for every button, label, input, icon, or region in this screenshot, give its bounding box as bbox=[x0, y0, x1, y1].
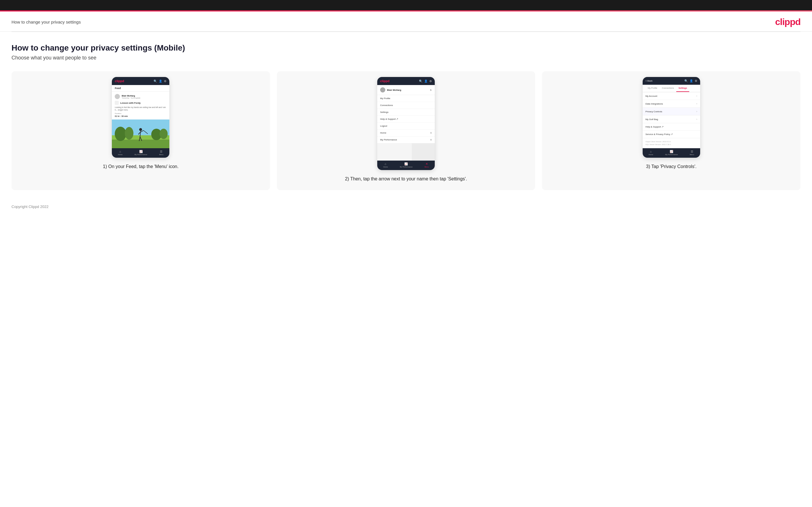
screen2-overlay bbox=[412, 143, 435, 161]
profile-icon-2: 👤 bbox=[424, 79, 427, 83]
step-1-phone: clippd 🔍 👤 ⚙ Feed Blair McHarg bbox=[112, 77, 169, 158]
settings-item-myaccount: My Account › bbox=[643, 92, 700, 100]
golf-image bbox=[112, 119, 169, 148]
svg-point-7 bbox=[139, 128, 142, 131]
post-username: Blair McHarg bbox=[121, 95, 140, 97]
phone-1-footer: ⌂ Home 📈 My Performance ☰ Menu bbox=[112, 148, 169, 158]
menu-section-performance: My Performance ∨ bbox=[377, 136, 435, 143]
golf-bag-label: My Golf Bag bbox=[646, 118, 658, 121]
step-2-caption: 2) Then, tap the arrow next to your name… bbox=[345, 176, 467, 182]
lesson-title: Lesson with Fordy bbox=[120, 102, 141, 104]
post-content: Blair McHarg Yesterday · Sunningdale Les… bbox=[112, 92, 169, 119]
menu-icon-3: ☰ bbox=[691, 150, 693, 153]
post-user-row: Blair McHarg Yesterday · Sunningdale bbox=[115, 94, 166, 99]
settings-item-golfbag: My Golf Bag › bbox=[643, 115, 700, 123]
phone-3-footer: ⌂ Home 📈 My Performance ☰ Menu bbox=[643, 148, 700, 158]
footer-home-label: Home bbox=[118, 154, 122, 155]
tab-settings: Settings bbox=[676, 85, 690, 92]
menu-body: Blair McHarg ∧ My Profile Connections Se… bbox=[377, 85, 435, 161]
footer-performance-label: My Performance bbox=[135, 154, 147, 155]
chevron-down-icon-perf: ∨ bbox=[430, 138, 432, 141]
settings-tabs: My Profile Connections Settings bbox=[643, 85, 700, 92]
footer2-performance-label: My Performance bbox=[400, 166, 412, 168]
footer2-menu: ✕ Menu bbox=[424, 162, 429, 168]
chart-icon: 📈 bbox=[139, 150, 143, 153]
svg-point-4 bbox=[125, 127, 134, 139]
footer-menu: ☰ Menu bbox=[159, 150, 163, 155]
home-icon: ⌂ bbox=[119, 150, 121, 153]
settings-icon: ⚙ bbox=[164, 79, 166, 83]
copyright-text: Copyright Clippd 2022 bbox=[11, 205, 49, 209]
settings-icon-3: ⚙ bbox=[695, 79, 697, 82]
step-2-card: clippd 🔍 👤 ⚙ Blair McHarg bbox=[277, 71, 536, 190]
post-user-info: Blair McHarg Yesterday · Sunningdale bbox=[121, 95, 140, 99]
privacy-chevron: › bbox=[697, 110, 697, 113]
menu-icon: ☰ bbox=[160, 150, 162, 153]
step-1-caption: 1) On your Feed, tap the 'Menu' icon. bbox=[103, 163, 179, 170]
footer2-performance: 📈 My Performance bbox=[400, 162, 412, 168]
phone-2-icons: 🔍 👤 ⚙ bbox=[419, 79, 432, 83]
tab-myprofile: My Profile bbox=[646, 85, 660, 92]
phone-3-header: < Back 🔍 👤 ⚙ bbox=[643, 77, 700, 85]
phone-1-icons: 🔍 👤 ⚙ bbox=[154, 79, 166, 83]
back-button: < Back bbox=[646, 79, 653, 82]
chart-icon-2: 📈 bbox=[404, 162, 408, 165]
post-avatar bbox=[115, 94, 120, 99]
menu-section-home-label: Home bbox=[380, 131, 386, 134]
golf-svg bbox=[112, 119, 169, 148]
duration-value: 01 hr : 30 min bbox=[115, 115, 166, 117]
search-icon-3: 🔍 bbox=[684, 79, 688, 82]
service-privacy-label: Service & Privacy Policy ↗ bbox=[646, 133, 673, 135]
phone-2-logo: clippd bbox=[380, 79, 389, 83]
myaccount-label: My Account bbox=[646, 95, 657, 97]
post-location: Yesterday · Sunningdale bbox=[121, 97, 140, 99]
menu-username: Blair McHarg bbox=[387, 89, 401, 91]
menu-user-left: Blair McHarg bbox=[380, 87, 401, 93]
menu-item-connections: Connections bbox=[377, 102, 435, 109]
search-icon: 🔍 bbox=[154, 79, 157, 83]
step-2-phone: clippd 🔍 👤 ⚙ Blair McHarg bbox=[377, 77, 435, 170]
close-icon: ✕ bbox=[425, 162, 428, 165]
menu-item-profile: My Profile bbox=[377, 95, 435, 102]
lesson-icon bbox=[115, 101, 119, 105]
step-3-phone: < Back 🔍 👤 ⚙ My Profile Connections Sett… bbox=[643, 77, 700, 158]
home-icon-2: ⌂ bbox=[385, 162, 387, 165]
step-3-card: < Back 🔍 👤 ⚙ My Profile Connections Sett… bbox=[542, 71, 801, 190]
screen2-bg bbox=[377, 143, 435, 161]
phone-2-footer: ⌂ Home 📈 My Performance ✕ Menu bbox=[377, 161, 435, 170]
client-version: Clippd Client Version: 2022.8.3-3 bbox=[646, 140, 697, 143]
menu-item-help: Help & Support ↗ bbox=[377, 116, 435, 123]
settings-item-help: Help & Support ↗ bbox=[643, 123, 700, 131]
help-support-label: Help & Support ↗ bbox=[646, 125, 664, 128]
footer-menu-label: Menu bbox=[159, 154, 163, 155]
post-body: Looking to feel like my hands are exitin… bbox=[115, 106, 166, 111]
privacy-controls-label: Privacy Controls bbox=[646, 110, 662, 113]
profile-icon: 👤 bbox=[159, 79, 162, 83]
footer3-menu-label: Menu bbox=[690, 154, 694, 155]
menu-user-row: Blair McHarg ∧ bbox=[377, 85, 435, 95]
footer3-home: ⌂ Home bbox=[648, 150, 653, 155]
data-chevron: › bbox=[697, 102, 697, 105]
data-integrations-label: Data Integrations bbox=[646, 103, 663, 105]
settings-version: Clippd Client Version: 2022.8.3-3 GQL Se… bbox=[643, 138, 700, 148]
step-3-caption: 3) Tap 'Privacy Controls'. bbox=[646, 163, 697, 170]
settings-item-privacy: Privacy Controls › bbox=[643, 108, 700, 115]
footer-home: ⌂ Home bbox=[118, 150, 122, 155]
golfbag-chevron: › bbox=[697, 118, 697, 121]
home-icon-3: ⌂ bbox=[650, 150, 652, 153]
menu-avatar bbox=[380, 87, 385, 93]
page-footer: Copyright Clippd 2022 bbox=[0, 199, 812, 217]
footer2-home: ⌂ Home bbox=[383, 162, 388, 168]
footer3-menu: ☰ Menu bbox=[690, 150, 694, 155]
menu-item-logout: Logout bbox=[377, 123, 435, 129]
footer-performance: 📈 My Performance bbox=[135, 150, 147, 155]
footer3-performance: 📈 My Performance bbox=[665, 150, 678, 155]
page-heading: How to change your privacy settings (Mob… bbox=[11, 43, 801, 53]
chevron-down-icon-home: ∨ bbox=[430, 131, 432, 134]
phone-1-header: clippd 🔍 👤 ⚙ bbox=[112, 77, 169, 85]
top-bar bbox=[0, 0, 812, 10]
footer3-home-label: Home bbox=[648, 154, 653, 155]
phone-2-header: clippd 🔍 👤 ⚙ bbox=[377, 77, 435, 85]
menu-section-performance-label: My Performance bbox=[380, 138, 397, 141]
header-title: How to change your privacy settings bbox=[11, 19, 81, 24]
